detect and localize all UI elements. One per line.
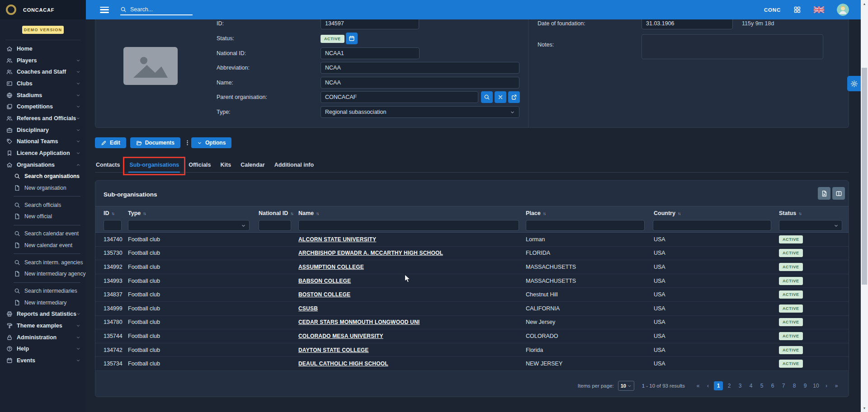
organisation-link[interactable]: ARCHBISHOP EDWADR A. MCCARTHY HIGH SCHOO… bbox=[298, 250, 443, 256]
sidebar-item[interactable]: Search organisations bbox=[0, 171, 86, 183]
page-button[interactable]: 3 bbox=[736, 381, 745, 390]
parent-search-button[interactable] bbox=[481, 91, 493, 103]
sidebar-item[interactable]: Referees and Officials bbox=[0, 112, 86, 124]
sidebar-item[interactable]: New intermediary bbox=[0, 297, 86, 309]
sidebar-item[interactable]: Players bbox=[0, 55, 86, 66]
first-page-button[interactable]: « bbox=[693, 381, 703, 390]
export-button[interactable] bbox=[818, 187, 830, 200]
sidebar-item[interactable]: Disciplinary bbox=[0, 124, 86, 136]
parent-open-button[interactable] bbox=[508, 91, 520, 103]
organisation-link[interactable]: CEDAR STARS MONMOUTH LONGWOOD UNI bbox=[298, 319, 420, 325]
filter-country-input[interactable] bbox=[653, 220, 771, 231]
filter-national-id-input[interactable] bbox=[259, 220, 291, 231]
scrollbar-thumb[interactable] bbox=[862, 68, 867, 285]
organisation-link[interactable]: COLORADO MESA UNIVERSITY bbox=[298, 333, 383, 339]
sidebar-item[interactable]: Search calendar event bbox=[0, 228, 86, 239]
sidebar-item[interactable]: Administration bbox=[0, 332, 86, 343]
column-header[interactable]: Place ↑↓ bbox=[526, 210, 545, 216]
sidebar-item[interactable]: Search officials bbox=[0, 199, 86, 211]
column-header[interactable]: Name ↑↓ bbox=[298, 210, 319, 216]
filter-status-select[interactable] bbox=[779, 220, 842, 231]
organisation-link[interactable]: DEAUL CATHOLIC HIGH SCHOOL bbox=[298, 360, 388, 367]
sidebar-item[interactable]: Coaches and Staff bbox=[0, 66, 86, 78]
name-field[interactable] bbox=[321, 77, 519, 89]
page-scrollbar[interactable]: ▲ ▼ bbox=[861, 0, 868, 412]
filter-id-input[interactable] bbox=[104, 220, 122, 231]
sidebar-item[interactable]: Competitions bbox=[0, 101, 86, 112]
prev-page-button[interactable]: ‹ bbox=[703, 381, 713, 390]
page-button[interactable]: 8 bbox=[790, 381, 799, 390]
page-button[interactable]: 2 bbox=[725, 381, 734, 390]
sidebar-item[interactable]: Licence Application bbox=[0, 147, 86, 159]
sidebar-item[interactable]: Theme examples bbox=[0, 320, 86, 332]
edit-button[interactable]: Edit bbox=[95, 137, 126, 148]
tab[interactable]: Kits bbox=[220, 161, 232, 172]
tab[interactable]: Sub-organisations bbox=[128, 161, 180, 173]
column-header[interactable]: National ID ↑↓ bbox=[259, 210, 293, 216]
items-per-page-select[interactable]: 10 bbox=[618, 381, 634, 391]
notes-field[interactable] bbox=[642, 34, 823, 59]
status-history-button[interactable] bbox=[346, 33, 358, 44]
next-page-button[interactable]: › bbox=[821, 381, 831, 390]
scroll-up-arrow[interactable]: ▲ bbox=[861, 2, 868, 5]
organisation-link[interactable]: BOSTON COLLEGE bbox=[298, 291, 350, 298]
org-shortname[interactable]: CONC bbox=[764, 7, 781, 13]
page-button[interactable]: 5 bbox=[757, 381, 766, 390]
page-button[interactable]: 10 bbox=[811, 381, 821, 390]
national-id-field[interactable] bbox=[321, 47, 420, 59]
sidebar-item[interactable]: Stadiums bbox=[0, 89, 86, 101]
sidebar-item[interactable]: Reports and Statistics bbox=[0, 308, 86, 320]
parent-organisation-field[interactable] bbox=[321, 91, 478, 103]
filter-place-input[interactable] bbox=[526, 220, 645, 231]
sidebar-item[interactable]: National Teams bbox=[0, 136, 86, 148]
apps-grid-icon[interactable] bbox=[793, 6, 801, 14]
tab[interactable]: Contacts bbox=[95, 161, 121, 172]
language-flag-uk[interactable] bbox=[814, 6, 824, 13]
scroll-down-arrow[interactable]: ▼ bbox=[861, 407, 868, 410]
page-button[interactable]: 4 bbox=[746, 381, 755, 390]
options-button[interactable]: Options bbox=[191, 137, 231, 148]
sidebar-item[interactable]: Search intermediaries bbox=[0, 285, 86, 297]
page-button[interactable]: 7 bbox=[779, 381, 788, 390]
parent-clear-button[interactable] bbox=[495, 91, 506, 103]
page-button[interactable]: 6 bbox=[768, 381, 777, 390]
settings-gear-button[interactable] bbox=[847, 76, 861, 91]
organisation-link[interactable]: ALCORN STATE UNIVERSITY bbox=[298, 236, 376, 243]
sidebar-item[interactable]: New official bbox=[0, 211, 86, 223]
search-input[interactable] bbox=[130, 6, 184, 13]
filter-type-select[interactable] bbox=[128, 220, 250, 231]
columns-button[interactable] bbox=[832, 187, 845, 200]
column-header[interactable]: ID ↑↓ bbox=[104, 210, 114, 216]
sidebar-item[interactable]: New calendar event bbox=[0, 239, 86, 251]
organisation-link[interactable]: DAYTON STATE COLLEGE bbox=[298, 347, 369, 353]
sidebar-item[interactable]: Home bbox=[0, 43, 86, 55]
sidebar-item[interactable]: New organisation bbox=[0, 182, 86, 194]
sidebar-item[interactable]: Organisations bbox=[0, 159, 86, 171]
column-header[interactable]: Country ↑↓ bbox=[654, 210, 680, 216]
documents-button[interactable]: Documents bbox=[130, 137, 180, 148]
organisation-link[interactable]: BABSON COLLEGE bbox=[298, 278, 351, 284]
column-header[interactable]: Status ↑↓ bbox=[779, 210, 801, 216]
new-document-icon bbox=[14, 271, 20, 277]
filter-name-input[interactable] bbox=[298, 220, 519, 231]
menu-toggle-button[interactable] bbox=[100, 7, 109, 13]
sidebar-item[interactable]: Events bbox=[0, 355, 86, 366]
last-page-button[interactable]: » bbox=[831, 381, 841, 390]
type-select[interactable]: Regional subassociation bbox=[321, 106, 519, 118]
sidebar-item[interactable]: Help bbox=[0, 343, 86, 355]
column-header[interactable]: Type ↑↓ bbox=[128, 210, 146, 216]
sidebar-item[interactable]: New intermediary agency bbox=[0, 268, 86, 280]
sidebar-item[interactable]: Search interm. agencies bbox=[0, 257, 86, 268]
global-search[interactable] bbox=[120, 5, 193, 15]
tab[interactable]: Additional info bbox=[274, 161, 315, 172]
abbreviation-field[interactable] bbox=[321, 62, 519, 74]
tab[interactable]: Calendar bbox=[240, 161, 266, 172]
page-button[interactable]: 1 bbox=[714, 381, 723, 390]
organisation-link[interactable]: CSUSB bbox=[298, 305, 318, 312]
sidebar-item[interactable]: Clubs bbox=[0, 78, 86, 89]
tab[interactable]: Officials bbox=[188, 161, 212, 172]
more-actions-handle[interactable]: ⋮ bbox=[184, 141, 187, 144]
page-button[interactable]: 9 bbox=[801, 381, 810, 390]
organisation-link[interactable]: ASSUMPTION COLLEGE bbox=[298, 264, 364, 270]
user-avatar[interactable] bbox=[837, 4, 849, 16]
